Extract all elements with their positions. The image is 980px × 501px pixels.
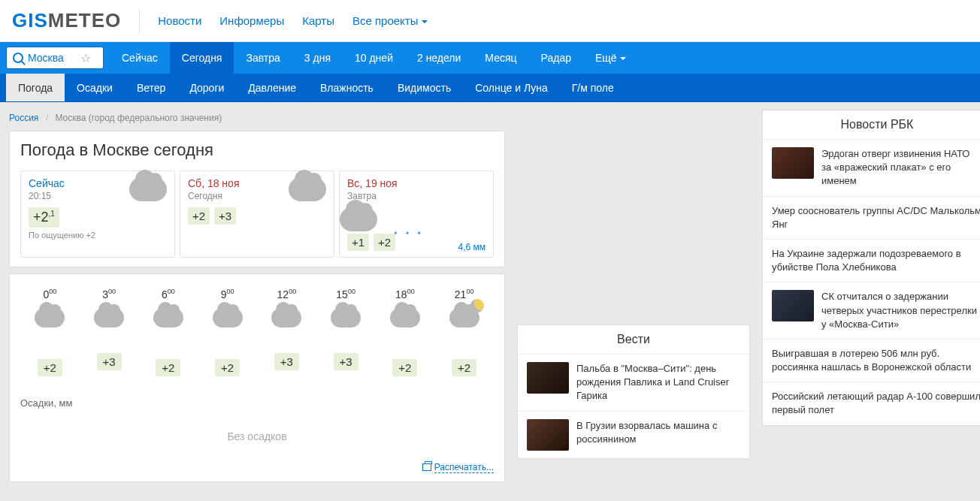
period-tab[interactable]: Ещё <box>583 42 638 74</box>
news-item[interactable]: Выигравшая в лотерею 506 млн руб. россия… <box>763 340 980 382</box>
temp-now: +2,1 <box>29 207 59 228</box>
sub-nav-tab[interactable]: Осадки <box>65 74 125 101</box>
feels-like: По ощущению +2 <box>29 231 167 240</box>
hour-label: 1200 <box>257 283 316 302</box>
nav-informers[interactable]: Информеры <box>219 14 284 27</box>
header-nav: Новости Информеры Карты Все проекты <box>158 14 427 27</box>
news-text: СК отчитался о задержании четверых участ… <box>821 290 980 331</box>
hour-temp: +2 <box>392 359 417 376</box>
news-item[interactable]: На Украине задержали подозреваемого в уб… <box>763 240 980 282</box>
temp-low: +2 <box>188 207 210 225</box>
cloud-rain-icon: • • • <box>340 207 478 234</box>
hour-label: 2100 <box>434 283 494 302</box>
cloud-icon <box>80 302 139 333</box>
nav-maps[interactable]: Карты <box>302 14 334 27</box>
rbc-title: Новости РБК <box>763 110 980 140</box>
breadcrumb-country[interactable]: Россия <box>9 113 38 123</box>
precip-label: Осадки, мм <box>20 397 494 409</box>
summary-tomorrow[interactable]: Вс, 19 ноя Завтра • • • +1 +2 4,6 мм <box>339 171 494 258</box>
header: GISMETEO Новости Информеры Карты Все про… <box>0 0 980 42</box>
cloud-icon <box>289 177 326 204</box>
cloud-icon <box>139 302 198 333</box>
precip-amount: 4,6 мм <box>458 242 485 252</box>
print-link[interactable]: Распечатать... <box>434 462 494 473</box>
hour-temp: +2 <box>215 359 240 376</box>
news-thumb <box>772 147 814 179</box>
breadcrumb-city: Москва (город федерального значения) <box>55 113 222 123</box>
hour-label: 900 <box>198 283 257 302</box>
cloud-icon <box>20 302 80 333</box>
logo-gis: GIS <box>12 9 48 32</box>
period-tab[interactable]: Сегодня <box>170 42 234 74</box>
news-item[interactable]: Умер сооснователь группы AC/DC Малькольм… <box>763 197 980 240</box>
summary-today[interactable]: Сб, 18 ноя Сегодня +2 +3 <box>180 171 334 258</box>
cloud-moon-icon <box>434 302 494 336</box>
hour-label: 1800 <box>376 283 435 302</box>
hour-label: 600 <box>139 283 198 302</box>
hour-label: 300 <box>80 283 139 302</box>
news-text: В Грузии взорвалась машина с россиянином <box>576 419 740 451</box>
sub-nav-tab[interactable]: Дороги <box>177 74 236 101</box>
sub-nav-tab[interactable]: Давление <box>236 74 308 101</box>
period-tab[interactable]: 2 недели <box>405 42 473 74</box>
news-item[interactable]: Пальба в "Москва–Сити": день рождения Па… <box>518 355 749 412</box>
period-tab[interactable]: 10 дней <box>343 42 405 74</box>
news-thumb <box>772 290 814 321</box>
search-icon <box>13 53 23 63</box>
news-item[interactable]: В Грузии взорвалась машина с россиянином <box>518 412 749 458</box>
cloud-icon <box>376 302 435 333</box>
search-input[interactable] <box>28 52 80 64</box>
star-icon[interactable]: ☆ <box>80 51 91 65</box>
news-thumb <box>527 419 569 451</box>
sub-nav-tab[interactable]: Г/м поле <box>560 74 626 101</box>
summary-title: Вс, 19 ноя <box>347 177 485 189</box>
news-item[interactable]: СК отчитался о задержании четверых участ… <box>763 282 980 340</box>
vesti-title: Вести <box>518 325 749 355</box>
cloud-icon <box>129 177 167 204</box>
chevron-down-icon <box>422 20 428 23</box>
hour-label: 1500 <box>316 283 376 302</box>
sub-nav-tab[interactable]: Влажность <box>308 74 386 101</box>
sub-nav-tab[interactable]: Ветер <box>125 74 178 101</box>
hour-temp: +3 <box>274 353 299 370</box>
hour-temp: +3 <box>97 353 122 370</box>
temp-high: +3 <box>214 207 236 225</box>
hourly-card: 0003006009001200150018002100 +2+3+2+2+3+… <box>9 273 505 482</box>
breadcrumb: Россия / Москва (город федерального знач… <box>9 110 505 131</box>
nav-projects[interactable]: Все проекты <box>352 14 428 27</box>
vesti-widget: Вести Пальба в "Москва–Сити": день рожде… <box>517 324 750 459</box>
nav-news[interactable]: Новости <box>158 14 201 27</box>
logo[interactable]: GISMETEO <box>12 9 121 32</box>
sub-nav-tab[interactable]: Погода <box>6 74 65 101</box>
sub-nav: ПогодаОсадкиВетерДорогиДавлениеВлажность… <box>0 74 980 102</box>
news-item[interactable]: Российский летающий радар А-100 совершил… <box>763 382 980 424</box>
sub-nav-tab[interactable]: Видимость <box>386 74 463 101</box>
news-text: Эрдоган отверг извинения НАТО за «вражес… <box>821 147 980 189</box>
logo-meteo: METEO <box>48 9 121 32</box>
search-box[interactable]: ☆ <box>6 47 104 69</box>
cloud-icon <box>198 302 257 333</box>
hour-temp: +2 <box>452 359 476 376</box>
print-icon <box>422 463 431 471</box>
news-thumb <box>527 362 569 394</box>
summary-now[interactable]: Сейчас 20:15 +2,1 По ощущению +2 <box>20 171 175 258</box>
hour-label: 000 <box>20 283 80 302</box>
rbc-widget: Новости РБК Эрдоган отверг извинения НАТ… <box>762 110 980 426</box>
period-tab[interactable]: Завтра <box>234 42 292 74</box>
period-tab[interactable]: 3 дня <box>292 42 343 74</box>
hour-temp: +2 <box>156 359 180 376</box>
summary-sub: Завтра <box>347 191 485 201</box>
period-tab[interactable]: Радар <box>529 42 583 74</box>
page-title: Погода в Москве сегодня <box>20 140 494 160</box>
sub-nav-tab[interactable]: Солнце и Луна <box>463 74 560 101</box>
news-text: Пальба в "Москва–Сити": день рождения Па… <box>576 362 740 403</box>
cloud-icon <box>316 302 376 333</box>
period-tabs: СейчасСегодняЗавтра3 дня10 дней2 неделиМ… <box>110 42 638 74</box>
period-tab[interactable]: Сейчас <box>110 42 170 74</box>
hour-temp: +2 <box>38 359 62 376</box>
cloud-icon <box>257 302 316 333</box>
today-card: Погода в Москве сегодня Сейчас 20:15 +2,… <box>9 131 505 267</box>
news-item[interactable]: Эрдоган отверг извинения НАТО за «вражес… <box>763 140 980 197</box>
chevron-down-icon <box>620 57 626 60</box>
period-tab[interactable]: Месяц <box>473 42 528 74</box>
